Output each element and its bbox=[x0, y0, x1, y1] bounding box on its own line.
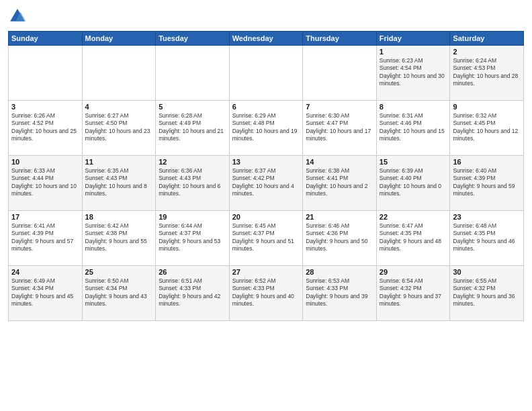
day-cell: 15Sunrise: 6:39 AM Sunset: 4:40 PM Dayli… bbox=[376, 156, 450, 211]
day-info: Sunrise: 6:54 AM Sunset: 4:32 PM Dayligh… bbox=[380, 277, 447, 308]
day-cell: 13Sunrise: 6:37 AM Sunset: 4:42 PM Dayli… bbox=[229, 156, 303, 211]
day-number: 26 bbox=[159, 268, 226, 276]
page: SundayMondayTuesdayWednesdayThursdayFrid… bbox=[0, 0, 532, 411]
day-number: 29 bbox=[380, 268, 447, 276]
day-number: 2 bbox=[453, 48, 521, 56]
day-number: 17 bbox=[11, 213, 79, 221]
day-number: 9 bbox=[453, 103, 521, 111]
day-info: Sunrise: 6:40 AM Sunset: 4:39 PM Dayligh… bbox=[453, 167, 521, 198]
day-number: 16 bbox=[453, 158, 521, 166]
day-info: Sunrise: 6:47 AM Sunset: 4:35 PM Dayligh… bbox=[380, 222, 447, 253]
day-cell: 5Sunrise: 6:28 AM Sunset: 4:49 PM Daylig… bbox=[156, 101, 230, 156]
day-info: Sunrise: 6:52 AM Sunset: 4:33 PM Dayligh… bbox=[232, 277, 300, 308]
day-number: 7 bbox=[306, 103, 373, 111]
day-cell: 17Sunrise: 6:41 AM Sunset: 4:39 PM Dayli… bbox=[9, 211, 83, 266]
day-info: Sunrise: 6:35 AM Sunset: 4:43 PM Dayligh… bbox=[85, 167, 153, 198]
day-number: 20 bbox=[232, 213, 300, 221]
day-number: 1 bbox=[380, 48, 447, 56]
day-cell: 8Sunrise: 6:31 AM Sunset: 4:46 PM Daylig… bbox=[376, 101, 450, 156]
day-cell bbox=[9, 46, 83, 101]
day-cell: 21Sunrise: 6:46 AM Sunset: 4:36 PM Dayli… bbox=[303, 211, 377, 266]
day-cell: 3Sunrise: 6:26 AM Sunset: 4:52 PM Daylig… bbox=[9, 101, 83, 156]
day-info: Sunrise: 6:41 AM Sunset: 4:39 PM Dayligh… bbox=[11, 222, 79, 253]
week-row-2: 10Sunrise: 6:33 AM Sunset: 4:44 PM Dayli… bbox=[9, 156, 524, 211]
day-number: 10 bbox=[11, 158, 79, 166]
day-number: 25 bbox=[85, 268, 153, 276]
day-cell: 27Sunrise: 6:52 AM Sunset: 4:33 PM Dayli… bbox=[229, 266, 303, 321]
day-cell: 26Sunrise: 6:51 AM Sunset: 4:33 PM Dayli… bbox=[156, 266, 230, 321]
day-number: 8 bbox=[380, 103, 447, 111]
day-cell bbox=[156, 46, 230, 101]
day-number: 21 bbox=[306, 213, 373, 221]
day-info: Sunrise: 6:44 AM Sunset: 4:37 PM Dayligh… bbox=[159, 222, 226, 253]
week-row-4: 24Sunrise: 6:49 AM Sunset: 4:34 PM Dayli… bbox=[9, 266, 524, 321]
day-number: 28 bbox=[306, 268, 373, 276]
day-cell bbox=[229, 46, 303, 101]
day-cell: 16Sunrise: 6:40 AM Sunset: 4:39 PM Dayli… bbox=[450, 156, 524, 211]
day-cell: 20Sunrise: 6:45 AM Sunset: 4:37 PM Dayli… bbox=[229, 211, 303, 266]
week-row-1: 3Sunrise: 6:26 AM Sunset: 4:52 PM Daylig… bbox=[9, 101, 524, 156]
day-cell: 22Sunrise: 6:47 AM Sunset: 4:35 PM Dayli… bbox=[376, 211, 450, 266]
day-cell: 2Sunrise: 6:24 AM Sunset: 4:53 PM Daylig… bbox=[450, 46, 524, 101]
day-info: Sunrise: 6:37 AM Sunset: 4:42 PM Dayligh… bbox=[232, 167, 300, 198]
logo-icon bbox=[8, 7, 27, 26]
day-info: Sunrise: 6:50 AM Sunset: 4:34 PM Dayligh… bbox=[85, 277, 153, 308]
day-cell: 29Sunrise: 6:54 AM Sunset: 4:32 PM Dayli… bbox=[376, 266, 450, 321]
day-number: 5 bbox=[159, 103, 226, 111]
day-info: Sunrise: 6:42 AM Sunset: 4:38 PM Dayligh… bbox=[85, 222, 153, 253]
col-header-thursday: Thursday bbox=[303, 32, 377, 46]
day-cell: 7Sunrise: 6:30 AM Sunset: 4:47 PM Daylig… bbox=[303, 101, 377, 156]
day-cell: 28Sunrise: 6:53 AM Sunset: 4:33 PM Dayli… bbox=[303, 266, 377, 321]
day-info: Sunrise: 6:23 AM Sunset: 4:54 PM Dayligh… bbox=[380, 57, 447, 88]
day-info: Sunrise: 6:24 AM Sunset: 4:53 PM Dayligh… bbox=[453, 57, 521, 88]
day-number: 11 bbox=[85, 158, 153, 166]
day-cell: 10Sunrise: 6:33 AM Sunset: 4:44 PM Dayli… bbox=[9, 156, 83, 211]
day-number: 22 bbox=[380, 213, 447, 221]
day-info: Sunrise: 6:29 AM Sunset: 4:48 PM Dayligh… bbox=[232, 112, 300, 143]
col-header-monday: Monday bbox=[82, 32, 156, 46]
day-number: 15 bbox=[380, 158, 447, 166]
calendar: SundayMondayTuesdayWednesdayThursdayFrid… bbox=[8, 31, 524, 321]
day-info: Sunrise: 6:39 AM Sunset: 4:40 PM Dayligh… bbox=[380, 167, 447, 198]
day-info: Sunrise: 6:51 AM Sunset: 4:33 PM Dayligh… bbox=[159, 277, 226, 308]
col-header-wednesday: Wednesday bbox=[229, 32, 303, 46]
col-header-saturday: Saturday bbox=[450, 32, 524, 46]
day-cell: 6Sunrise: 6:29 AM Sunset: 4:48 PM Daylig… bbox=[229, 101, 303, 156]
day-info: Sunrise: 6:30 AM Sunset: 4:47 PM Dayligh… bbox=[306, 112, 373, 143]
week-row-3: 17Sunrise: 6:41 AM Sunset: 4:39 PM Dayli… bbox=[9, 211, 524, 266]
day-number: 4 bbox=[85, 103, 153, 111]
day-info: Sunrise: 6:28 AM Sunset: 4:49 PM Dayligh… bbox=[159, 112, 226, 143]
day-cell: 23Sunrise: 6:48 AM Sunset: 4:35 PM Dayli… bbox=[450, 211, 524, 266]
day-number: 13 bbox=[232, 158, 300, 166]
day-number: 18 bbox=[85, 213, 153, 221]
day-info: Sunrise: 6:45 AM Sunset: 4:37 PM Dayligh… bbox=[232, 222, 300, 253]
day-info: Sunrise: 6:55 AM Sunset: 4:32 PM Dayligh… bbox=[453, 277, 521, 308]
day-cell: 4Sunrise: 6:27 AM Sunset: 4:50 PM Daylig… bbox=[82, 101, 156, 156]
col-header-friday: Friday bbox=[376, 32, 450, 46]
day-cell: 18Sunrise: 6:42 AM Sunset: 4:38 PM Dayli… bbox=[82, 211, 156, 266]
day-cell: 30Sunrise: 6:55 AM Sunset: 4:32 PM Dayli… bbox=[450, 266, 524, 321]
day-number: 30 bbox=[453, 268, 521, 276]
day-number: 6 bbox=[232, 103, 300, 111]
day-cell: 24Sunrise: 6:49 AM Sunset: 4:34 PM Dayli… bbox=[9, 266, 83, 321]
day-info: Sunrise: 6:27 AM Sunset: 4:50 PM Dayligh… bbox=[85, 112, 153, 143]
logo bbox=[8, 7, 30, 26]
day-number: 23 bbox=[453, 213, 521, 221]
day-info: Sunrise: 6:36 AM Sunset: 4:43 PM Dayligh… bbox=[159, 167, 226, 198]
col-header-tuesday: Tuesday bbox=[156, 32, 230, 46]
day-info: Sunrise: 6:46 AM Sunset: 4:36 PM Dayligh… bbox=[306, 222, 373, 253]
day-number: 14 bbox=[306, 158, 373, 166]
day-cell: 19Sunrise: 6:44 AM Sunset: 4:37 PM Dayli… bbox=[156, 211, 230, 266]
day-info: Sunrise: 6:33 AM Sunset: 4:44 PM Dayligh… bbox=[11, 167, 79, 198]
day-cell: 11Sunrise: 6:35 AM Sunset: 4:43 PM Dayli… bbox=[82, 156, 156, 211]
day-cell: 12Sunrise: 6:36 AM Sunset: 4:43 PM Dayli… bbox=[156, 156, 230, 211]
day-cell bbox=[303, 46, 377, 101]
day-info: Sunrise: 6:48 AM Sunset: 4:35 PM Dayligh… bbox=[453, 222, 521, 253]
week-row-0: 1Sunrise: 6:23 AM Sunset: 4:54 PM Daylig… bbox=[9, 46, 524, 101]
day-cell bbox=[82, 46, 156, 101]
day-number: 12 bbox=[159, 158, 226, 166]
day-info: Sunrise: 6:38 AM Sunset: 4:41 PM Dayligh… bbox=[306, 167, 373, 198]
day-info: Sunrise: 6:26 AM Sunset: 4:52 PM Dayligh… bbox=[11, 112, 79, 143]
col-header-sunday: Sunday bbox=[9, 32, 83, 46]
day-number: 24 bbox=[11, 268, 79, 276]
